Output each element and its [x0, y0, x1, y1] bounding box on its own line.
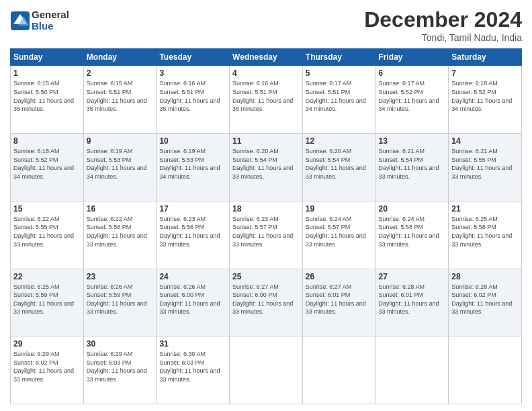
day-info: Sunrise: 6:15 AMSunset: 5:51 PMDaylight:… [87, 79, 154, 113]
calendar-cell: 24Sunrise: 6:26 AMSunset: 6:00 PMDayligh… [157, 269, 230, 336]
calendar-cell [449, 336, 522, 404]
calendar-cell: 17Sunrise: 6:23 AMSunset: 5:56 PMDayligh… [157, 201, 230, 269]
calendar-cell: 2Sunrise: 6:15 AMSunset: 5:51 PMDaylight… [83, 66, 157, 134]
calendar-cell: 25Sunrise: 6:27 AMSunset: 6:00 PMDayligh… [230, 269, 303, 336]
day-info: Sunrise: 6:23 AMSunset: 5:56 PMDaylight:… [159, 215, 226, 248]
day-info: Sunrise: 6:16 AMSunset: 5:51 PMDaylight:… [159, 79, 226, 113]
day-number: 15 [13, 204, 81, 214]
day-info: Sunrise: 6:22 AMSunset: 5:56 PMDaylight:… [87, 215, 154, 248]
day-number: 3 [159, 68, 226, 78]
calendar-cell: 26Sunrise: 6:27 AMSunset: 6:01 PMDayligh… [302, 269, 375, 336]
day-number: 11 [232, 136, 300, 146]
logo-text: General Blue [32, 9, 69, 32]
day-number: 14 [451, 136, 519, 146]
day-number: 29 [13, 339, 81, 349]
calendar-week-3: 15Sunrise: 6:22 AMSunset: 5:55 PMDayligh… [11, 201, 522, 269]
calendar-cell: 19Sunrise: 6:24 AMSunset: 5:57 PMDayligh… [302, 201, 375, 269]
day-info: Sunrise: 6:19 AMSunset: 5:53 PMDaylight:… [159, 147, 226, 181]
weekday-header-friday: Friday [375, 49, 449, 66]
calendar-cell: 16Sunrise: 6:22 AMSunset: 5:56 PMDayligh… [83, 201, 157, 269]
calendar-cell: 23Sunrise: 6:26 AMSunset: 5:59 PMDayligh… [83, 269, 157, 336]
calendar-cell: 10Sunrise: 6:19 AMSunset: 5:53 PMDayligh… [157, 134, 230, 201]
day-info: Sunrise: 6:26 AMSunset: 5:59 PMDaylight:… [87, 283, 154, 316]
weekday-header-monday: Monday [83, 49, 157, 66]
day-number: 9 [87, 136, 154, 146]
day-number: 13 [379, 136, 446, 146]
day-number: 4 [232, 68, 300, 78]
calendar-cell: 28Sunrise: 6:28 AMSunset: 6:02 PMDayligh… [449, 269, 522, 336]
day-info: Sunrise: 6:20 AMSunset: 5:54 PMDaylight:… [306, 147, 373, 181]
calendar-cell: 30Sunrise: 6:29 AMSunset: 6:03 PMDayligh… [83, 336, 157, 404]
day-info: Sunrise: 6:26 AMSunset: 6:00 PMDaylight:… [159, 283, 226, 316]
day-number: 1 [13, 68, 81, 78]
day-number: 31 [159, 339, 226, 349]
day-number: 28 [451, 272, 519, 281]
calendar-table: SundayMondayTuesdayWednesdayThursdayFrid… [10, 48, 522, 404]
header: General Blue December 2024 Tondi, Tamil … [10, 7, 522, 43]
weekday-header-tuesday: Tuesday [157, 49, 230, 66]
day-info: Sunrise: 6:21 AMSunset: 5:55 PMDaylight:… [451, 147, 519, 181]
day-info: Sunrise: 6:29 AMSunset: 6:02 PMDaylight:… [13, 350, 81, 383]
day-info: Sunrise: 6:17 AMSunset: 5:52 PMDaylight:… [379, 79, 446, 113]
calendar-cell [375, 336, 449, 404]
day-number: 8 [13, 136, 81, 146]
day-info: Sunrise: 6:23 AMSunset: 5:57 PMDaylight:… [232, 215, 300, 248]
calendar-cell: 1Sunrise: 6:15 AMSunset: 5:50 PMDaylight… [11, 66, 84, 134]
day-info: Sunrise: 6:20 AMSunset: 5:54 PMDaylight:… [232, 147, 300, 181]
day-info: Sunrise: 6:29 AMSunset: 6:03 PMDaylight:… [87, 350, 154, 383]
calendar-cell: 3Sunrise: 6:16 AMSunset: 5:51 PMDaylight… [157, 66, 230, 134]
day-number: 10 [159, 136, 226, 146]
day-info: Sunrise: 6:27 AMSunset: 6:01 PMDaylight:… [306, 283, 373, 316]
calendar-week-5: 29Sunrise: 6:29 AMSunset: 6:02 PMDayligh… [11, 336, 522, 404]
day-number: 5 [306, 68, 373, 78]
calendar-cell: 9Sunrise: 6:19 AMSunset: 5:53 PMDaylight… [83, 134, 157, 201]
day-info: Sunrise: 6:25 AMSunset: 5:58 PMDaylight:… [451, 215, 519, 248]
day-info: Sunrise: 6:28 AMSunset: 6:02 PMDaylight:… [451, 283, 519, 316]
weekday-header-sunday: Sunday [11, 49, 84, 66]
calendar-cell [302, 336, 375, 404]
day-number: 24 [159, 272, 226, 281]
day-info: Sunrise: 6:24 AMSunset: 5:57 PMDaylight:… [306, 215, 373, 248]
calendar-cell: 7Sunrise: 6:18 AMSunset: 5:52 PMDaylight… [449, 66, 522, 134]
day-number: 19 [306, 204, 373, 214]
day-number: 18 [232, 204, 300, 214]
day-info: Sunrise: 6:16 AMSunset: 5:51 PMDaylight:… [232, 79, 300, 113]
calendar-cell: 18Sunrise: 6:23 AMSunset: 5:57 PMDayligh… [230, 201, 303, 269]
day-number: 23 [87, 272, 154, 281]
calendar-cell: 20Sunrise: 6:24 AMSunset: 5:58 PMDayligh… [375, 201, 449, 269]
day-info: Sunrise: 6:27 AMSunset: 6:00 PMDaylight:… [232, 283, 300, 316]
day-info: Sunrise: 6:18 AMSunset: 5:52 PMDaylight:… [451, 79, 519, 113]
day-number: 22 [13, 272, 81, 281]
day-info: Sunrise: 6:24 AMSunset: 5:58 PMDaylight:… [379, 215, 446, 248]
logo: General Blue [10, 9, 69, 32]
weekday-header-thursday: Thursday [302, 49, 375, 66]
calendar-cell: 6Sunrise: 6:17 AMSunset: 5:52 PMDaylight… [375, 66, 449, 134]
calendar-cell: 21Sunrise: 6:25 AMSunset: 5:58 PMDayligh… [449, 201, 522, 269]
calendar-cell: 13Sunrise: 6:21 AMSunset: 5:54 PMDayligh… [375, 134, 449, 201]
day-info: Sunrise: 6:21 AMSunset: 5:54 PMDaylight:… [379, 147, 446, 181]
calendar-cell: 14Sunrise: 6:21 AMSunset: 5:55 PMDayligh… [449, 134, 522, 201]
day-info: Sunrise: 6:19 AMSunset: 5:53 PMDaylight:… [87, 147, 154, 181]
page-container: General Blue December 2024 Tondi, Tamil … [0, 0, 532, 411]
day-info: Sunrise: 6:22 AMSunset: 5:55 PMDaylight:… [13, 215, 81, 248]
weekday-header-row: SundayMondayTuesdayWednesdayThursdayFrid… [11, 49, 522, 66]
calendar-cell: 29Sunrise: 6:29 AMSunset: 6:02 PMDayligh… [11, 336, 84, 404]
day-number: 2 [87, 68, 154, 78]
day-number: 27 [379, 272, 446, 281]
calendar-cell: 5Sunrise: 6:17 AMSunset: 5:51 PMDaylight… [302, 66, 375, 134]
calendar-cell: 22Sunrise: 6:25 AMSunset: 5:59 PMDayligh… [11, 269, 84, 336]
calendar-cell [230, 336, 303, 404]
day-number: 30 [87, 339, 154, 349]
location: Tondi, Tamil Nadu, India [364, 32, 522, 43]
day-info: Sunrise: 6:25 AMSunset: 5:59 PMDaylight:… [13, 283, 81, 316]
day-number: 12 [306, 136, 373, 146]
month-title: December 2024 [364, 7, 522, 32]
title-block: December 2024 Tondi, Tamil Nadu, India [364, 7, 522, 43]
day-number: 17 [159, 204, 226, 214]
day-number: 25 [232, 272, 300, 281]
calendar-cell: 15Sunrise: 6:22 AMSunset: 5:55 PMDayligh… [11, 201, 84, 269]
day-number: 20 [379, 204, 446, 214]
day-info: Sunrise: 6:28 AMSunset: 6:01 PMDaylight:… [379, 283, 446, 316]
day-info: Sunrise: 6:17 AMSunset: 5:51 PMDaylight:… [306, 79, 373, 113]
calendar-cell: 11Sunrise: 6:20 AMSunset: 5:54 PMDayligh… [230, 134, 303, 201]
